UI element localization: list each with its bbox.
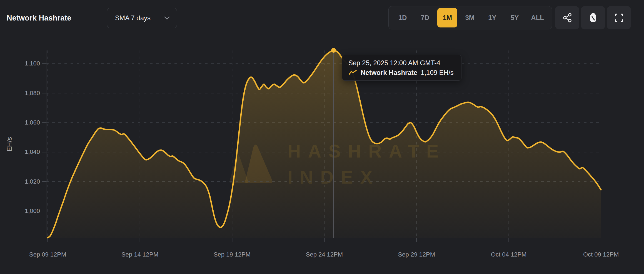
copy-chart-button[interactable]	[581, 6, 605, 29]
x-tick-label: Oct 04 12PM	[491, 251, 526, 258]
sma-period-value: SMA 7 days	[115, 14, 151, 22]
tooltip-value: 1,109 EH/s	[421, 68, 454, 78]
x-tick-label: Sep 29 12PM	[398, 251, 435, 258]
fullscreen-icon	[614, 12, 624, 23]
hashrate-chart-page: HASHRATEINDEX1,0001,0201,0401,0601,0801,…	[0, 0, 644, 274]
range-button-3m[interactable]: 3M	[460, 8, 480, 27]
share-icon	[562, 12, 573, 23]
time-range-selector: 1D7D1M3M1Y5YALL	[388, 6, 552, 29]
share-button[interactable]	[555, 6, 579, 29]
y-tick-label: 1,080	[25, 90, 40, 97]
hover-marker-dot	[331, 48, 336, 53]
hashrate-area-fill	[48, 50, 601, 238]
chart-tooltip: Sep 25, 2025 12:00 AM GMT-4 Network Hash…	[342, 55, 461, 81]
y-tick-label: 1,100	[25, 60, 40, 67]
range-button-all[interactable]: ALL	[527, 8, 548, 27]
range-button-1y[interactable]: 1Y	[482, 8, 502, 27]
y-axis-title: EH/s	[6, 137, 13, 151]
y-tick-label: 1,020	[25, 178, 40, 185]
tooltip-date: Sep 25, 2025 12:00 AM GMT-4	[348, 58, 455, 68]
clipboard-arrow-icon	[588, 12, 599, 23]
x-tick-label: Sep 24 12PM	[306, 251, 343, 258]
page-title: Network Hashrate	[7, 14, 71, 22]
y-tick-label: 1,060	[25, 119, 40, 126]
x-tick-label: Sep 19 12PM	[214, 251, 251, 258]
y-tick-label: 1,000	[25, 207, 40, 214]
range-button-5y[interactable]: 5Y	[505, 8, 525, 27]
series-line-icon	[348, 70, 357, 76]
x-tick-label: Sep 09 12PM	[29, 251, 66, 258]
range-button-7d[interactable]: 7D	[415, 8, 435, 27]
fullscreen-button[interactable]	[607, 6, 631, 29]
network-hashrate-chart[interactable]: HASHRATEINDEX1,0001,0201,0401,0601,0801,…	[0, 0, 644, 274]
range-button-1d[interactable]: 1D	[393, 8, 413, 27]
tooltip-series-name: Network Hashrate	[361, 68, 417, 78]
sma-period-dropdown[interactable]: SMA 7 days	[107, 8, 177, 28]
range-button-1m[interactable]: 1M	[437, 8, 457, 27]
x-tick-label: Sep 14 12PM	[121, 251, 158, 258]
x-tick-label: Oct 09 12PM	[583, 251, 619, 258]
chevron-down-icon	[164, 16, 170, 20]
y-tick-label: 1,040	[25, 148, 40, 155]
